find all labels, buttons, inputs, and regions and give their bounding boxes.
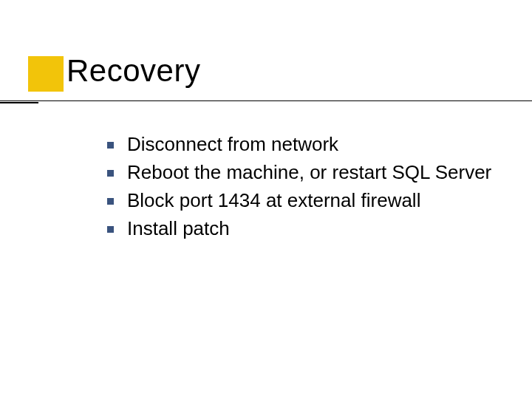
list-item-text: Install patch xyxy=(127,216,230,242)
list-item-text: Disconnect from network xyxy=(127,132,338,158)
list-item-text: Block port 1434 at external firewall xyxy=(127,188,420,214)
square-bullet-icon xyxy=(107,198,114,205)
list-item: Install patch xyxy=(107,216,502,242)
square-bullet-icon xyxy=(107,170,114,177)
list-item: Disconnect from network xyxy=(107,132,502,158)
slide-title: Recovery xyxy=(66,53,200,89)
list-item-text: Reboot the machine, or restart SQL Serve… xyxy=(127,160,491,186)
square-bullet-icon xyxy=(107,142,114,149)
title-accent-square xyxy=(28,56,64,92)
bullet-list: Disconnect from network Reboot the machi… xyxy=(107,132,502,244)
title-underline xyxy=(0,100,532,101)
square-bullet-icon xyxy=(107,226,114,233)
list-item: Block port 1434 at external firewall xyxy=(107,188,502,214)
list-item: Reboot the machine, or restart SQL Serve… xyxy=(107,160,502,186)
title-underline-short xyxy=(0,102,38,103)
slide: Recovery Disconnect from network Reboot … xyxy=(0,0,532,399)
